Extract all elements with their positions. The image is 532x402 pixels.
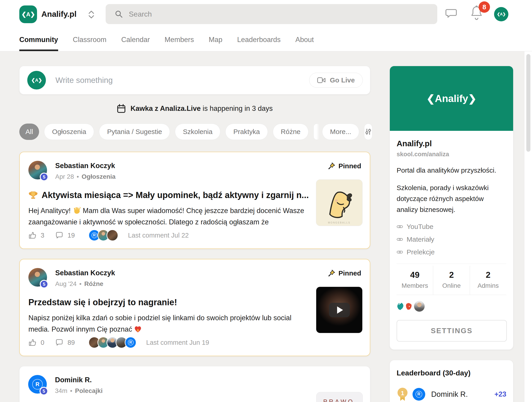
filter-pill-rozne[interactable]: Różne: [273, 124, 309, 140]
filter-pill-szkolenia[interactable]: Szkolenia: [175, 124, 220, 140]
post-composer[interactable]: ❮A❯ Write something Go Live: [19, 66, 370, 94]
event-banner[interactable]: Kawka z Analiza.Live is happening in 3 d…: [19, 102, 370, 115]
scrollbar-thumb[interactable]: [526, 54, 530, 152]
thumbnail-text: PRAWO: [323, 398, 354, 402]
meta-separator: •: [70, 387, 72, 395]
post-category[interactable]: Różne: [84, 280, 103, 288]
tab-calendar[interactable]: Calendar: [121, 28, 150, 51]
analify-logo: ❮Analify❯: [426, 93, 476, 104]
community-banner: ❮Analify❯: [390, 66, 513, 131]
leaderboard-member-name[interactable]: Dominik R.: [431, 390, 494, 399]
leaderboard-avatar: R: [412, 388, 425, 401]
post-body: Hej Analitycy! Mam dla Was super wiadomo…: [28, 205, 312, 228]
tab-community[interactable]: Community: [19, 28, 58, 51]
community-switcher-button[interactable]: [87, 8, 95, 21]
post-body: Napisz poniżej kilka zdań o sobie i podz…: [28, 312, 312, 335]
stat-admins: 2 Admins: [470, 266, 506, 295]
scrollbar-track[interactable]: [524, 0, 532, 402]
author-avatar[interactable]: 5: [28, 268, 47, 287]
filter-pill-all[interactable]: All: [19, 124, 39, 140]
divider: [397, 264, 506, 264]
event-title: Kawka z Analiza.Live is happening in 3 d…: [130, 105, 272, 113]
author-name[interactable]: Sebastian Koczyk: [55, 162, 116, 170]
commenter-avatars: R: [88, 229, 118, 241]
go-live-button[interactable]: Go Live: [309, 73, 363, 88]
author-name[interactable]: Dominik R.: [55, 376, 103, 384]
comment-icon[interactable]: [55, 339, 63, 347]
member-avatars[interactable]: [397, 301, 506, 312]
bull-logo-avatar: [397, 302, 404, 310]
post-card-kodeks-etyczny[interactable]: R 5 Dominik R. 34m • Polecajki Kodeks et…: [19, 366, 370, 402]
category-filter-bar: All Ogłoszenia Pytania / Sugestie Szkole…: [19, 123, 370, 140]
composer-avatar: ❮A❯: [27, 71, 46, 89]
link-icon: [397, 249, 403, 255]
level-badge: 5: [40, 173, 48, 181]
filter-settings-button[interactable]: [364, 124, 372, 140]
play-button-icon[interactable]: [329, 303, 350, 317]
waving-hand-emoji: [73, 206, 81, 214]
author-avatar[interactable]: 5: [28, 161, 47, 179]
video-camera-icon: [317, 77, 326, 83]
pinned-label: Pinned: [338, 269, 361, 277]
community-name: Analify.pl: [41, 10, 76, 19]
post-title[interactable]: Aktywista miesiąca => Mały upominek, bąd…: [42, 190, 309, 200]
commenter-avatar-r-logo: R: [125, 337, 137, 348]
like-icon[interactable]: [28, 339, 37, 347]
link-materialy[interactable]: Materiały: [397, 236, 506, 243]
link-icon: [397, 224, 403, 230]
notifications-button[interactable]: 8: [470, 5, 495, 25]
filter-pill-wyzwania-truncated[interactable]: Wyzwa: [313, 124, 320, 140]
community-info-card: ❮Analify❯ Analify.pl skool.com/analiza P…: [390, 66, 513, 350]
skool-community-page: ❮A❯ Analify.pl Search 8 ❮A❯ Community Cl…: [0, 0, 532, 402]
leaderboard-row[interactable]: 1 R Dominik R. +23: [397, 387, 506, 401]
link-youtube[interactable]: YouTube: [397, 223, 506, 231]
level-badge: 5: [39, 387, 48, 396]
filter-pill-praktyka[interactable]: Praktyka: [225, 124, 268, 140]
tab-about[interactable]: About: [295, 28, 314, 51]
filter-pill-pytania-sugestie[interactable]: Pytania / Sugestie: [99, 124, 170, 140]
comment-count: 89: [68, 339, 75, 346]
post-card-przedstaw-sie[interactable]: 5 Sebastian Koczyk Aug '24 • Różne Pinne…: [19, 259, 370, 356]
post-category[interactable]: Ogłoszenia: [82, 173, 115, 180]
composer-placeholder: Write something: [55, 76, 309, 85]
post-thumbnail-mascot[interactable]: MONGEBALLS: [316, 179, 362, 226]
post-category[interactable]: Polecajki: [75, 387, 102, 395]
filter-pill-ogloszenia[interactable]: Ogłoszenia: [44, 124, 94, 140]
post-card-aktywista[interactable]: 5 Sebastian Koczyk Apr 28 • Ogłoszenia P…: [19, 152, 370, 249]
post-title[interactable]: Przedstaw się i obejrzyj to nagranie!: [28, 297, 177, 307]
search-input[interactable]: Search: [106, 4, 437, 24]
pin-icon: [328, 269, 335, 277]
divider: [397, 295, 506, 295]
leaderboard-card: Leaderboard (30-day) 1 R Dominik R. +23: [390, 360, 513, 402]
pinned-label: Pinned: [338, 162, 361, 170]
link-icon: [397, 236, 403, 243]
main-nav: Community Classroom Calendar Members Map…: [19, 28, 314, 51]
community-url[interactable]: skool.com/analiza: [397, 151, 506, 158]
comment-icon[interactable]: [55, 231, 63, 239]
author-name[interactable]: Sebastian Koczyk: [55, 269, 115, 277]
mascot-caption: MONGEBALLS: [316, 221, 362, 224]
link-prelekcje[interactable]: Prelekcje: [397, 248, 506, 256]
last-comment-label: Last comment Jun 19: [146, 339, 209, 346]
filter-pill-more[interactable]: More...: [322, 124, 359, 140]
tab-leaderboards[interactable]: Leaderboards: [237, 28, 280, 51]
tab-classroom[interactable]: Classroom: [73, 28, 107, 51]
pinned-flag: Pinned: [328, 162, 361, 170]
post-date: 34m: [55, 387, 67, 395]
settings-button[interactable]: SETTINGS: [397, 320, 507, 342]
author-avatar[interactable]: R 5: [28, 375, 47, 394]
post-thumbnail-prawo[interactable]: PRAWO#2 INŻYNIERA: [316, 392, 363, 402]
chat-button[interactable]: [445, 8, 457, 19]
tab-members[interactable]: Members: [165, 28, 194, 51]
search-placeholder: Search: [129, 10, 152, 19]
meta-separator: •: [79, 280, 82, 288]
community-stats: 49 Members 2 Online 2 Admins: [397, 266, 506, 295]
community-logo[interactable]: ❮A❯: [19, 6, 37, 23]
meta-separator: •: [77, 173, 79, 180]
pin-icon: [328, 162, 335, 170]
tab-map[interactable]: Map: [209, 28, 222, 51]
user-avatar[interactable]: ❮A❯: [494, 7, 508, 21]
gold-medal-icon: 1: [397, 387, 408, 401]
post-thumbnail-video[interactable]: [316, 287, 362, 333]
like-icon[interactable]: [28, 231, 37, 239]
